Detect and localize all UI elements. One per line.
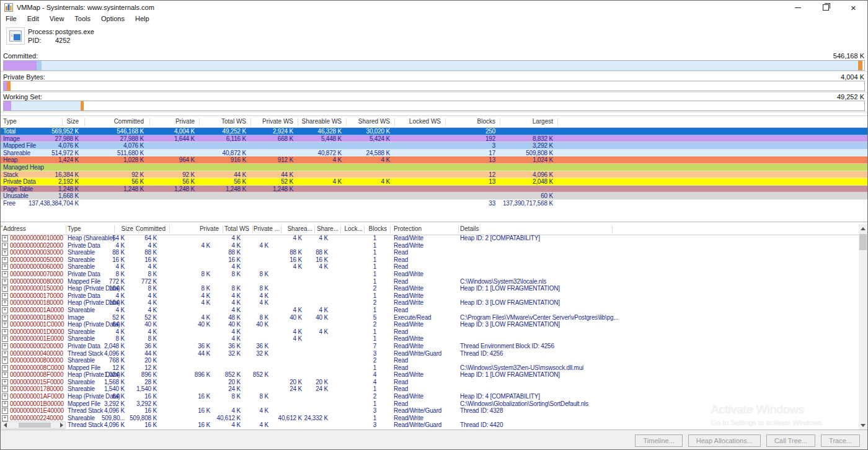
detail-row-heap[interactable]: +00000000001C0000Heap (Private Data)64 K… [1, 321, 859, 328]
column-header-details[interactable]: Details [460, 224, 479, 234]
detail-row-stack[interactable]: Thread Stack4,096 K16 K16 K4 K4 K3Read/W… [1, 421, 859, 429]
column-divider[interactable] [114, 225, 115, 233]
summary-row-total[interactable]: Total569,952 K546,168 K4,004 K49,252 K2,… [1, 128, 867, 135]
column-header-share[interactable]: Share... [317, 224, 339, 234]
column-header-address[interactable]: Address [3, 224, 26, 234]
expander-icon[interactable]: + [2, 235, 8, 241]
column-header-private[interactable]: Private [200, 224, 219, 234]
detail-row-image[interactable]: +00000000001B0000Image52 K52 K4 K48 K8 K… [1, 314, 859, 322]
heap-allocations-button[interactable]: Heap Allocations... [688, 434, 761, 447]
close-button[interactable]: × [839, 1, 867, 14]
column-divider[interactable] [84, 118, 85, 126]
minimize-button[interactable] [784, 1, 812, 14]
expander-icon[interactable]: + [2, 322, 8, 328]
column-header-lock[interactable]: Lock... [345, 224, 363, 234]
summary-row-shareable[interactable]: Shareable514,972 K511,680 K40,872 K40,87… [1, 150, 867, 157]
column-divider[interactable] [445, 118, 446, 126]
timeline-button[interactable]: Timeline... [635, 434, 682, 447]
column-divider[interactable] [223, 225, 223, 233]
column-header-committed[interactable]: Committed [136, 224, 166, 234]
expander-icon[interactable]: + [2, 243, 8, 249]
column-divider[interactable] [346, 118, 347, 126]
column-header-blocks[interactable]: Blocks [477, 117, 495, 127]
restore-button[interactable] [812, 1, 839, 14]
column-header-type[interactable]: Type [68, 224, 81, 234]
expander-icon[interactable]: + [2, 307, 8, 313]
summary-row-free[interactable]: Free137,438,384,704 K33137,390,717,568 K [1, 200, 867, 207]
expander-icon[interactable]: + [2, 386, 8, 392]
column-header-largest[interactable]: Largest [533, 117, 553, 127]
column-divider[interactable] [364, 225, 365, 233]
expander-icon[interactable]: + [2, 286, 8, 292]
scrollbar-thumb[interactable] [859, 234, 867, 250]
column-header-private[interactable]: Private [175, 117, 195, 127]
column-divider[interactable] [390, 225, 391, 233]
detail-row-heap[interactable]: +0000000001AF0000Heap (Private Data)64 K… [1, 393, 859, 400]
detail-row-heap[interactable]: +0000000000150000Heap (Private Data)104 … [1, 285, 859, 292]
expander-icon[interactable]: + [2, 401, 8, 407]
column-divider[interactable] [458, 225, 459, 233]
detail-row-shareable[interactable]: +0000000001780000Shareable1,540 K1,540 K… [1, 385, 859, 393]
column-divider[interactable] [557, 118, 558, 126]
menu-view[interactable]: View [45, 14, 70, 24]
column-header-total-ws[interactable]: Total WS [221, 117, 246, 127]
expander-icon[interactable]: + [2, 279, 8, 285]
summary-row-unusable[interactable]: Unusable1,668 K60 K [1, 192, 867, 200]
detail-row-mapped[interactable]: +0000000001B00000Mapped File3,292 K3,292… [1, 400, 859, 408]
menu-help[interactable]: Help [130, 14, 155, 24]
column-divider[interactable] [138, 225, 139, 233]
detail-row-heap[interactable]: +0000000000180000Heap (Private Data)104 … [1, 299, 859, 307]
scroll-right-button[interactable] [58, 423, 64, 428]
column-header-totalws[interactable]: Total WS [224, 224, 249, 234]
detail-row-shareable[interactable]: +00000000001E0000Shareable8 K8 K4 K4 K1R… [1, 335, 859, 343]
expander-icon[interactable]: + [2, 250, 8, 256]
column-divider[interactable] [252, 225, 253, 233]
expander-icon[interactable]: + [2, 264, 8, 270]
detail-row-shareable[interactable]: +00000000001A0000Shareable4 K4 K4 K4 K4 … [1, 307, 859, 314]
expander-icon[interactable]: + [2, 300, 8, 306]
column-divider[interactable] [314, 225, 315, 233]
expander-icon[interactable]: + [2, 394, 8, 400]
detail-row-shareable[interactable]: +0000000000800000Shareable768 K20 K2Read [1, 357, 859, 364]
column-divider[interactable] [500, 118, 500, 126]
column-divider[interactable] [149, 118, 150, 126]
summary-row-pagetable[interactable]: Page Table1,248 K1,248 K1,248 K1,248 K1,… [1, 186, 867, 193]
splitter[interactable] [1, 222, 867, 222]
summary-row-managed[interactable]: Managed Heap [1, 164, 867, 171]
scroll-down-button[interactable] [859, 421, 867, 430]
column-header-private[interactable]: Private ... [254, 224, 280, 234]
summary-row-heap[interactable]: Heap1,424 K1,028 K964 K916 K912 K4 K4 K1… [1, 156, 867, 164]
expander-icon[interactable]: + [2, 293, 8, 299]
detail-row-heap[interactable]: +00000000008F0000Heap (Private Data)1,02… [1, 371, 859, 379]
column-divider[interactable] [66, 225, 66, 233]
scroll-left-button[interactable] [2, 423, 8, 428]
menu-edit[interactable]: Edit [22, 14, 45, 24]
column-divider[interactable] [199, 118, 200, 126]
expander-icon[interactable]: + [2, 336, 8, 342]
detail-row-stack[interactable]: +0000000001E40000Thread Stack4,096 K16 K… [1, 407, 859, 415]
column-divider[interactable] [250, 118, 251, 126]
expander-icon[interactable]: + [2, 415, 8, 421]
detail-row-private[interactable]: +0000000000170000Private Data4 K4 K4 K4 … [1, 292, 859, 300]
detail-row-stack[interactable]: +0000000000400000Thread Stack4,096 K44 K… [1, 350, 859, 358]
column-divider[interactable] [169, 225, 170, 233]
expander-icon[interactable]: + [2, 271, 8, 277]
detail-row-heap[interactable]: +0000000000010000Heap (Shareable)64 K64 … [1, 235, 859, 242]
detail-row-private[interactable]: +0000000000200000Private Data2,048 K36 K… [1, 343, 859, 350]
column-divider[interactable] [340, 225, 341, 233]
column-header-protection[interactable]: Protection [394, 224, 422, 234]
detail-row-shareable[interactable]: +00000000001D0000Shareable4 K4 K4 K4 K4 … [1, 328, 859, 336]
expander-icon[interactable]: + [2, 329, 8, 335]
detail-row-mapped[interactable]: +0000000000080000Mapped File772 K772 K1R… [1, 278, 859, 286]
expander-icon[interactable]: + [2, 315, 8, 321]
horizontal-scrollbar[interactable] [1, 421, 66, 429]
column-header-committed[interactable]: Committed [114, 117, 144, 127]
process-select-button[interactable] [6, 27, 25, 45]
menu-options[interactable]: Options [96, 14, 130, 24]
column-header-private-ws[interactable]: Private WS [262, 117, 293, 127]
column-divider[interactable] [298, 118, 298, 126]
vertical-scrollbar[interactable] [859, 224, 867, 430]
expander-icon[interactable]: + [2, 379, 8, 385]
expander-icon[interactable]: + [2, 257, 8, 263]
menu-file[interactable]: File [1, 14, 22, 24]
